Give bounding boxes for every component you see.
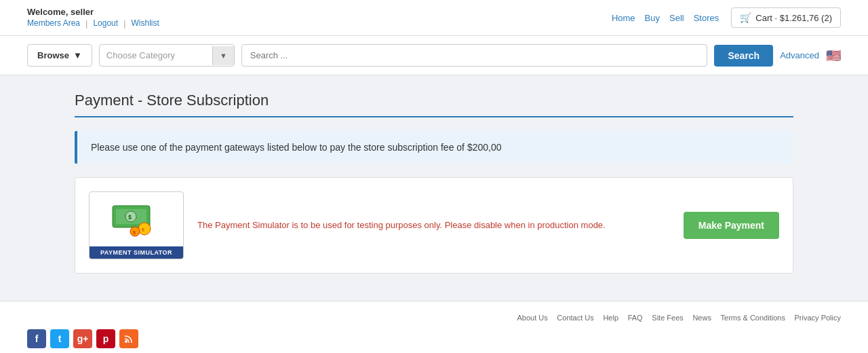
footer-help[interactable]: Help bbox=[603, 314, 618, 322]
header-right: Home Buy Sell Stores 🛒 Cart · $1.261,76 … bbox=[612, 7, 841, 28]
cart-icon: 🛒 bbox=[740, 12, 751, 23]
footer: About Us Contact Us Help FAQ Site Fees N… bbox=[0, 301, 868, 353]
category-arrow-icon: ▼ bbox=[212, 46, 234, 65]
footer-links: About Us Contact Us Help FAQ Site Fees N… bbox=[27, 312, 841, 322]
nav-stores[interactable]: Stores bbox=[694, 13, 719, 23]
rss-icon[interactable] bbox=[119, 329, 138, 348]
cart-label: Cart · $1.261,76 (2) bbox=[755, 13, 832, 23]
browse-label: Browse bbox=[37, 50, 69, 60]
logout-link[interactable]: Logout bbox=[93, 18, 118, 29]
simulator-label: PAYMENT SIMULATOR bbox=[90, 246, 183, 259]
rss-svg bbox=[124, 334, 134, 343]
flag-icon: 🇺🇸 bbox=[826, 48, 841, 63]
footer-site-fees[interactable]: Site Fees bbox=[652, 314, 683, 322]
browse-arrow-icon: ▼ bbox=[73, 50, 82, 60]
wishlist-link[interactable]: Wishlist bbox=[132, 18, 159, 29]
welcome-text: Welcome, seller bbox=[27, 7, 94, 17]
footer-faq[interactable]: FAQ bbox=[628, 314, 643, 322]
googleplus-icon[interactable]: g+ bbox=[73, 329, 92, 348]
welcome-label: Welcome, bbox=[27, 7, 68, 17]
cart-button[interactable]: 🛒 Cart · $1.261,76 (2) bbox=[731, 7, 841, 28]
page-title: Payment - Store Subscription bbox=[75, 92, 793, 117]
payment-simulator-image: $ € $ PAYMENT SIMULATOR bbox=[89, 191, 184, 259]
nav-links: Home Buy Sell Stores bbox=[612, 13, 719, 23]
twitter-icon[interactable]: t bbox=[50, 329, 69, 348]
footer-contact-us[interactable]: Contact Us bbox=[557, 314, 593, 322]
facebook-icon[interactable]: f bbox=[27, 329, 46, 348]
social-icons: f t g+ p bbox=[27, 329, 841, 348]
header-left: Welcome, seller Members Area | Logout | … bbox=[27, 7, 159, 29]
payment-warning: The Payment Simulator is to be used for … bbox=[197, 219, 670, 232]
search-bar: Browse ▼ Choose Category ▼ Search Advanc… bbox=[0, 36, 868, 75]
payment-info: The Payment Simulator is to be used for … bbox=[197, 219, 670, 232]
header-links: Members Area | Logout | Wishlist bbox=[27, 18, 159, 29]
payment-card: $ € $ PAYMENT SIMULATOR The Payment Simu… bbox=[75, 177, 793, 274]
advanced-link[interactable]: Advanced bbox=[780, 50, 819, 60]
footer-news[interactable]: News bbox=[692, 314, 711, 322]
money-svg: $ € $ bbox=[109, 199, 163, 240]
sep1: | bbox=[85, 18, 87, 29]
header: Welcome, seller Members Area | Logout | … bbox=[0, 0, 868, 36]
nav-buy[interactable]: Buy bbox=[645, 13, 660, 23]
svg-text:$: $ bbox=[133, 230, 136, 236]
members-area-link[interactable]: Members Area bbox=[27, 18, 80, 29]
nav-sell[interactable]: Sell bbox=[669, 13, 684, 23]
pinterest-icon[interactable]: p bbox=[96, 329, 115, 348]
sim-graphic: $ € $ bbox=[90, 192, 183, 246]
svg-text:€: € bbox=[142, 227, 145, 233]
search-button[interactable]: Search bbox=[714, 45, 773, 67]
svg-text:$: $ bbox=[128, 214, 132, 221]
sep2: | bbox=[123, 18, 125, 29]
category-dropdown[interactable]: Choose Category bbox=[100, 45, 212, 66]
make-payment-button[interactable]: Make Payment bbox=[684, 212, 779, 239]
info-message: Please use one of the payment gateways l… bbox=[91, 142, 502, 153]
footer-privacy[interactable]: Privacy Policy bbox=[795, 314, 841, 322]
info-box: Please use one of the payment gateways l… bbox=[75, 131, 793, 164]
browse-button[interactable]: Browse ▼ bbox=[27, 44, 92, 67]
svg-point-8 bbox=[125, 340, 127, 343]
footer-terms[interactable]: Terms & Conditions bbox=[721, 314, 785, 322]
nav-home[interactable]: Home bbox=[612, 13, 635, 23]
main-content: Payment - Store Subscription Please use … bbox=[61, 92, 807, 274]
search-input[interactable] bbox=[241, 44, 708, 67]
footer-about-us[interactable]: About Us bbox=[517, 314, 547, 322]
category-select-container: Choose Category ▼ bbox=[99, 44, 235, 67]
username: seller bbox=[71, 7, 94, 17]
